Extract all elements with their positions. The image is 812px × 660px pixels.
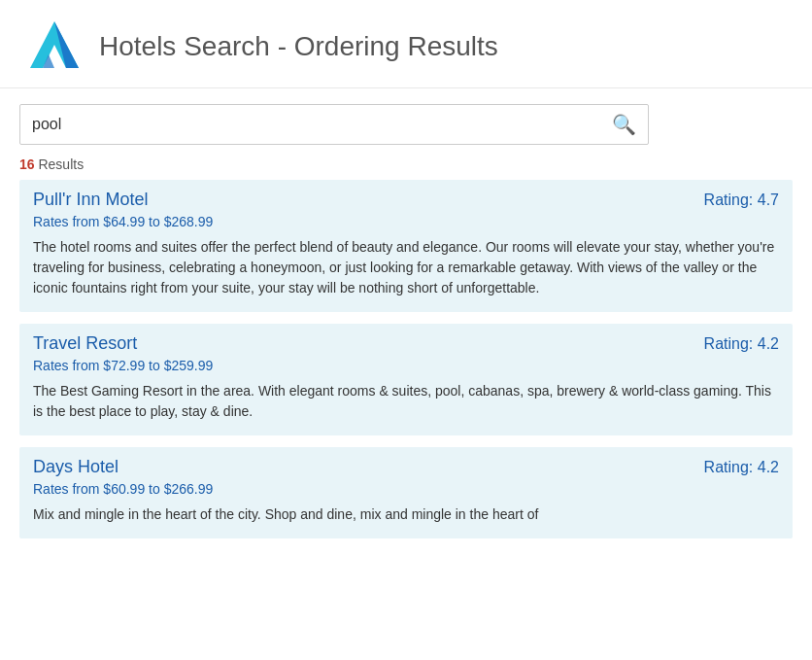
hotel-description: Mix and mingle in the heart of the city.… <box>33 504 779 525</box>
hotel-rates: Rates from $72.99 to $259.99 <box>33 358 779 373</box>
hotel-name[interactable]: Days Hotel <box>33 457 118 477</box>
page-title: Hotels Search - Ordering Results <box>99 31 498 62</box>
hotel-description: The hotel rooms and suites offer the per… <box>33 237 779 298</box>
hotel-header: Travel Resort Rating: 4.2 <box>33 333 779 354</box>
hotel-rating: Rating: 4.7 <box>704 191 779 209</box>
hotel-card: Travel Resort Rating: 4.2 Rates from $72… <box>19 324 793 435</box>
hotel-card: Days Hotel Rating: 4.2 Rates from $60.99… <box>19 447 793 538</box>
hotel-description: The Best Gaming Resort in the area. With… <box>33 381 779 422</box>
results-list[interactable]: Pull'r Inn Motel Rating: 4.7 Rates from … <box>0 180 812 660</box>
logo <box>19 16 89 78</box>
hotel-rating: Rating: 4.2 <box>704 459 779 476</box>
search-input[interactable] <box>32 116 612 133</box>
hotel-rates: Rates from $60.99 to $266.99 <box>33 481 779 497</box>
search-bar-container: 🔍 <box>0 88 812 153</box>
hotel-rates: Rates from $64.99 to $268.99 <box>33 214 779 229</box>
results-count-label: Results <box>38 156 84 172</box>
results-count: 16 Results <box>0 153 812 180</box>
search-icon[interactable]: 🔍 <box>612 113 636 136</box>
hotel-card: Pull'r Inn Motel Rating: 4.7 Rates from … <box>19 180 793 312</box>
results-count-number: 16 <box>19 156 35 172</box>
search-bar: 🔍 <box>19 104 649 145</box>
hotel-header: Days Hotel Rating: 4.2 <box>33 457 779 477</box>
header: Hotels Search - Ordering Results <box>0 0 812 88</box>
hotel-name[interactable]: Travel Resort <box>33 333 137 354</box>
hotel-rating: Rating: 4.2 <box>704 335 779 353</box>
hotel-header: Pull'r Inn Motel Rating: 4.7 <box>33 190 779 210</box>
hotel-name[interactable]: Pull'r Inn Motel <box>33 190 149 210</box>
